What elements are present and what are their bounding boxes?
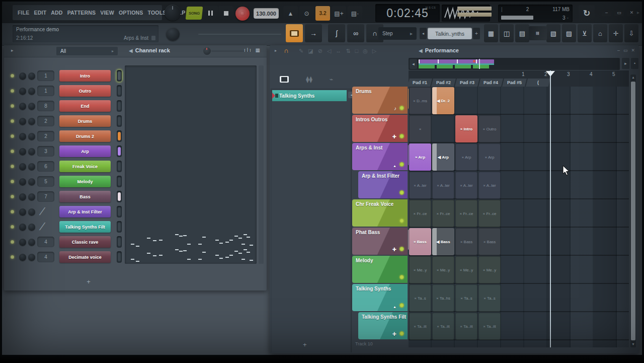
- maximize-button[interactable]: ▭: [614, 9, 624, 16]
- track-led[interactable]: [399, 162, 404, 167]
- pause-button[interactable]: [203, 6, 218, 20]
- channel-target-number[interactable]: 2: [37, 116, 54, 126]
- clip-fr-ce[interactable]: × Fr..ce: [455, 200, 477, 227]
- playlist-magnet-icon[interactable]: ∩: [284, 47, 288, 54]
- menu-view[interactable]: VIEW: [100, 10, 114, 16]
- track-led[interactable]: [399, 303, 404, 308]
- add-icon[interactable]: ✚: [392, 331, 396, 337]
- channel-pan-knob[interactable]: [19, 103, 26, 110]
- channel-led[interactable]: [11, 195, 14, 198]
- clip-me-y[interactable]: × Me..y: [478, 256, 501, 283]
- blend-notes-button[interactable]: ▤·: [348, 6, 362, 21]
- track-header-talking-synths-filt[interactable]: Talking Synths Filt✚: [358, 312, 408, 339]
- clip-ta-ilt[interactable]: × Ta..ilt: [432, 313, 454, 340]
- menu-tools[interactable]: TOOLS: [148, 10, 167, 16]
- step-sequencer-area[interactable]: [125, 65, 257, 264]
- pad-tab-pad3[interactable]: Pad #3: [455, 79, 480, 87]
- channel-pan-knob[interactable]: [19, 178, 26, 185]
- pad-tab-[interactable]: (: [526, 79, 551, 87]
- channel-volume-knob[interactable]: [28, 133, 35, 140]
- channel-pan-knob[interactable]: [19, 148, 26, 155]
- channel-volume-knob[interactable]: [28, 208, 35, 215]
- channel-volume-knob[interactable]: [28, 148, 35, 155]
- channel-mute-indicator[interactable]: [117, 161, 122, 172]
- clip-ta-ilt[interactable]: × Ta..ilt: [455, 313, 477, 340]
- rack-scrollbar[interactable]: [259, 65, 264, 264]
- channel-mute-indicator[interactable]: [117, 221, 122, 233]
- clip-bass[interactable]: × Bass: [455, 228, 477, 255]
- channel-volume-knob[interactable]: [28, 239, 35, 246]
- track-header-talking-synths[interactable]: Talking Synths▲: [352, 284, 408, 311]
- track-led[interactable]: [399, 247, 404, 251]
- clip-me-y[interactable]: × Me..y: [432, 256, 454, 283]
- track-led[interactable]: [399, 106, 404, 110]
- menu-file[interactable]: FILE: [18, 10, 30, 16]
- channel-volume-knob[interactable]: [28, 103, 35, 110]
- playlist-header[interactable]: ▸ ∩ ✎◪⊘◁↔⇅□◎▷ ◀Performance – ▭ ✕: [270, 45, 639, 57]
- channel-pan-knob[interactable]: [19, 118, 26, 125]
- channel-pan-knob[interactable]: [19, 88, 26, 95]
- slip-tool[interactable]: ↔: [336, 48, 341, 54]
- clip-a-ter[interactable]: × A..ter: [478, 172, 501, 199]
- track-led[interactable]: [399, 134, 404, 138]
- channel-target-number[interactable]: 8: [37, 101, 54, 111]
- draw-tool[interactable]: ✎: [299, 48, 303, 54]
- menu-edit[interactable]: EDIT: [34, 10, 47, 16]
- channel-button[interactable]: Classic rave: [59, 236, 111, 248]
- channel-target-number[interactable]: 4: [37, 237, 54, 247]
- loop-record-button[interactable]: ▤+: [332, 6, 346, 21]
- collapse-icon[interactable]: ▲: [393, 164, 396, 168]
- paint-tool[interactable]: ◪: [308, 48, 313, 54]
- link-button[interactable]: ∞: [347, 24, 364, 42]
- channel-led[interactable]: [11, 210, 14, 213]
- picker-add-button[interactable]: +: [303, 341, 307, 348]
- plugin-picker-toggle[interactable]: ▨: [562, 24, 576, 42]
- channel-pan-knob[interactable]: [19, 72, 26, 80]
- automation-tab-icon[interactable]: ⌁: [330, 76, 334, 83]
- channel-button[interactable]: Bass: [59, 191, 111, 202]
- playback-tool[interactable]: ▷: [372, 48, 376, 54]
- wait-for-input-button[interactable]: ⊙: [299, 6, 314, 21]
- track-header-arps-inst[interactable]: Arps & Inst▲: [352, 143, 408, 170]
- channel-target-number[interactable]: 5: [37, 176, 54, 187]
- channel-mute-indicator[interactable]: [117, 100, 122, 112]
- track-header-arp-inst-filter[interactable]: Arp & Inst Filter: [358, 171, 408, 198]
- collapse-icon[interactable]: ▲: [393, 305, 396, 309]
- track-header-melody[interactable]: Melody: [352, 256, 408, 283]
- pattern-prev-button[interactable]: ◂: [420, 28, 427, 39]
- channel-pan-knob[interactable]: [19, 163, 26, 170]
- channel-button[interactable]: Melody: [59, 176, 111, 187]
- menu-options[interactable]: OPTIONS: [119, 10, 143, 16]
- channel-mute-indicator[interactable]: [117, 236, 122, 248]
- channel-volume-knob[interactable]: [28, 118, 35, 125]
- toolbar-overflow-arrow[interactable]: ▸: [637, 10, 639, 15]
- channel-volume-knob[interactable]: [28, 178, 35, 185]
- playlist-close[interactable]: ✕: [631, 48, 635, 53]
- tempo-display[interactable]: 130.000: [254, 8, 279, 19]
- clip-fr-ce[interactable]: × Fr..ce: [409, 200, 431, 227]
- note-icon[interactable]: ♪: [394, 106, 396, 111]
- channel-button[interactable]: Intro: [59, 70, 111, 82]
- mute-tool[interactable]: ◁: [327, 48, 331, 54]
- add-icon[interactable]: ✚: [392, 247, 396, 252]
- hint-knob[interactable]: [166, 27, 180, 41]
- channel-led[interactable]: [11, 150, 14, 153]
- channel-mute-indicator[interactable]: [117, 176, 122, 187]
- typing-count-button[interactable]: 3.2: [315, 6, 330, 21]
- tap-toggle[interactable]: ⇩: [624, 24, 638, 42]
- clip-ta-ilt[interactable]: × Ta..ilt: [409, 313, 431, 340]
- clip-a-ter[interactable]: × A..ter: [409, 172, 431, 199]
- track-header-chr-freak-voice[interactable]: Chr Freak Voice: [352, 199, 408, 227]
- channel-target-number[interactable]: 1: [37, 70, 54, 81]
- channel-led[interactable]: [11, 225, 14, 229]
- channel-pan-knob[interactable]: [19, 254, 26, 261]
- channel-button[interactable]: Arp: [59, 146, 111, 157]
- clip-arp[interactable]: × Arp: [478, 143, 501, 171]
- zoom-tool[interactable]: ◎: [363, 48, 368, 54]
- clip-ta-hs[interactable]: × Ta..hs: [432, 284, 454, 312]
- channel-button[interactable]: Decimate voice: [59, 251, 111, 263]
- channel-pan-knob[interactable]: [19, 133, 26, 140]
- channel-led[interactable]: [11, 240, 14, 244]
- playlist-toggle[interactable]: ▦: [484, 24, 498, 42]
- channel-button[interactable]: Arp & Inst Filter: [59, 206, 111, 217]
